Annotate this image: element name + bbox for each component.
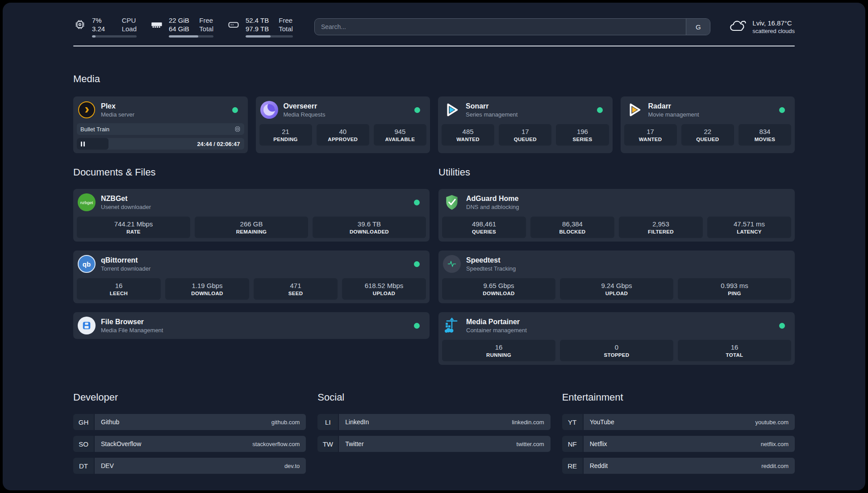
stat-value: 471 [255, 281, 336, 290]
service-card-speedtest[interactable]: Speedtest Speedtest Tracking 9.65 Gbps D… [438, 251, 795, 303]
playback-progress: 24:44 / 02:06:47 [77, 138, 244, 150]
portainer-icon [443, 317, 461, 334]
stat-value: 39.6 TB [314, 220, 424, 228]
cpu-load: 3.24 [92, 25, 105, 33]
stat-box: 196 SERIES [556, 124, 609, 146]
stat-box: 945 AVAILABLE [374, 124, 426, 146]
service-description: Movie management [648, 111, 774, 118]
service-description: Usenet downloader [101, 203, 409, 211]
stat-value: 498,461 [444, 220, 524, 228]
disk-total: 97.9 TB [246, 25, 269, 33]
stat-value: 22 [683, 127, 732, 136]
bookmark-reddit[interactable]: RE Reddit reddit.com [562, 458, 795, 474]
stat-label: DOWNLOAD [167, 291, 247, 296]
nzbget-icon: nzbget [78, 193, 96, 211]
service-card-nzbget[interactable]: nzbget NZBGet Usenet downloader 744.21 M… [73, 189, 430, 242]
bookmark-dev[interactable]: DT DEV dev.to [73, 458, 306, 474]
now-playing-title: Bullet Train [80, 126, 234, 133]
stat-box: 1.19 Gbps DOWNLOAD [165, 278, 249, 300]
stat-label: BLOCKED [532, 229, 613, 234]
dashboard: 7% 3.24 CPU Load [3, 3, 865, 490]
bookmark-linkedin[interactable]: LI LinkedIn linkedin.com [317, 414, 550, 430]
stat-box: 9.24 Gbps UPLOAD [560, 278, 673, 300]
status-dot [779, 323, 785, 329]
service-description: Media Requests [284, 111, 409, 118]
bookmark-youtube[interactable]: YT YouTube youtube.com [562, 414, 795, 430]
service-card-radarr[interactable]: Radarr Movie management 17 WANTED 22 QUE… [621, 96, 795, 153]
memory-progress-bar [169, 35, 213, 38]
stat-box: 39.6 TB DOWNLOADED [313, 217, 426, 238]
stat-value: 17 [626, 127, 675, 136]
bookmark-netflix[interactable]: NF Netflix netflix.com [562, 436, 795, 452]
stat-label: RUNNING [444, 352, 554, 358]
stat-label: PING [680, 291, 789, 296]
service-name: NZBGet [101, 194, 409, 203]
status-dot [414, 200, 420, 205]
stat-value: 9.24 Gbps [562, 281, 672, 290]
stat-label: WANTED [443, 137, 492, 142]
sonarr-icon [442, 101, 460, 119]
service-description: Torrent downloader [101, 265, 409, 272]
service-description: Speedtest Tracking [466, 265, 789, 272]
section-title-documents: Documents & Files [73, 167, 430, 178]
service-description: Media File Management [101, 326, 409, 334]
disk-free-label: Free [279, 16, 293, 25]
ram-icon [150, 17, 163, 32]
stat-box: 9.65 Gbps DOWNLOAD [442, 278, 555, 300]
search-provider-button[interactable]: G [686, 19, 710, 35]
stat-value: 16 [680, 343, 789, 351]
stat-box: 498,461 QUERIES [442, 217, 526, 238]
service-card-sonarr[interactable]: Sonarr Series management 485 WANTED 17 Q… [438, 96, 613, 153]
media-grid: Plex Media server Bullet Train [73, 96, 795, 153]
stat-label: TOTAL [680, 352, 789, 358]
stat-label: LEECH [79, 291, 159, 296]
cpu-percent: 7% [92, 16, 105, 25]
memory-total: 64 GiB [169, 25, 189, 33]
service-name: Plex [101, 102, 227, 111]
weather-widget: Lviv, 16.87°C scattered clouds [729, 19, 795, 35]
bookmark-url: dev.to [284, 463, 300, 469]
cpu-label: CPU [122, 16, 137, 25]
stat-label: APPROVED [318, 137, 367, 142]
cpu-icon [73, 17, 87, 32]
stat-box: 40 APPROVED [317, 124, 369, 146]
stat-box: 21 PENDING [259, 124, 312, 146]
stat-box: 834 MOVIES [739, 124, 791, 146]
stat-value: 196 [558, 127, 607, 136]
stat-value: 86,384 [532, 220, 613, 228]
video-camera-icon [234, 126, 241, 132]
now-playing-row: Bullet Train [77, 123, 244, 135]
service-card-portainer[interactable]: Media Portainer Container management 16 … [438, 312, 795, 365]
service-name: Overseerr [284, 102, 409, 111]
stat-box: 618.52 Mbps UPLOAD [342, 278, 426, 300]
status-dot [414, 107, 420, 113]
stat-box: 471 SEED [254, 278, 338, 300]
stat-label: LATENCY [709, 229, 789, 234]
bookmark-stackoverflow[interactable]: SO StackOverflow stackoverflow.com [73, 436, 306, 452]
search-input[interactable] [315, 19, 686, 35]
bookmark-abbr: DT [73, 458, 94, 474]
bookmark-abbr: RE [562, 458, 583, 474]
bookmark-github[interactable]: GH Github github.com [73, 414, 306, 430]
section-title-developer: Developer [73, 392, 306, 403]
cloud-icon [729, 19, 747, 35]
stat-value: 21 [261, 127, 310, 136]
stat-label: REMAINING [196, 229, 306, 234]
bookmark-twitter[interactable]: TW Twitter twitter.com [317, 436, 550, 452]
memory-widget: 22 GiB 64 GiB Free Total [150, 16, 213, 38]
service-card-adguard[interactable]: AdGuard Home DNS and adblocking 498,461 … [438, 189, 795, 242]
bookmark-abbr: NF [562, 436, 583, 452]
bookmark-name: Netflix [590, 440, 607, 447]
bookmark-abbr: YT [562, 414, 583, 430]
service-card-filebrowser[interactable]: File Browser Media File Management [73, 312, 430, 339]
service-card-plex[interactable]: Plex Media server Bullet Train [73, 96, 248, 153]
stat-label: FILTERED [621, 229, 701, 234]
search-bar: G [314, 18, 710, 35]
status-dot [779, 107, 785, 113]
stat-value: 2,953 [621, 220, 701, 228]
service-card-overseerr[interactable]: Overseerr Media Requests 21 PENDING 40 A… [256, 96, 430, 153]
service-name: qBittorrent [101, 256, 409, 265]
service-name: Radarr [648, 102, 774, 111]
service-card-qbittorrent[interactable]: qb qBittorrent Torrent downloader 16 [73, 251, 430, 303]
stat-label: SERIES [558, 137, 607, 142]
